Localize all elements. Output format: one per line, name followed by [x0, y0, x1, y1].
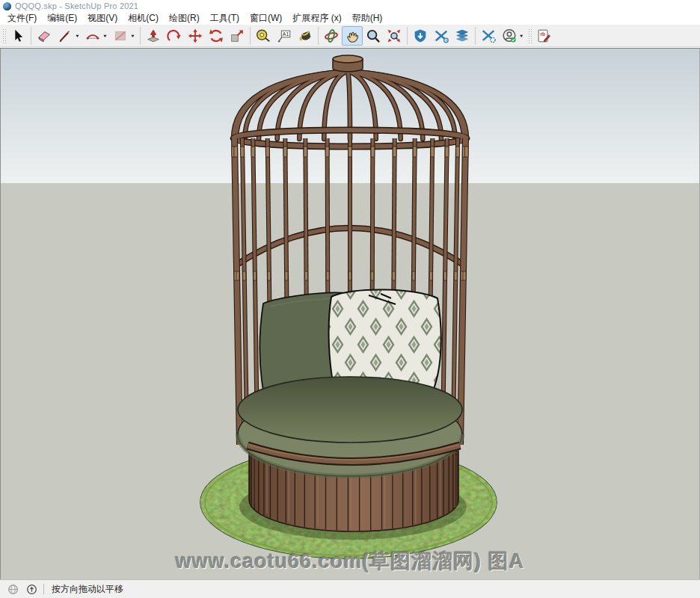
zoom-extents-tool-button[interactable] [384, 26, 405, 46]
status-bar: 按方向拖动以平移 [0, 579, 700, 598]
status-hint: 按方向拖动以平移 [52, 583, 123, 596]
zoom-tool-button[interactable] [363, 26, 384, 46]
pan-tool-button[interactable] [342, 26, 363, 46]
eraser-tool-button[interactable] [34, 26, 55, 46]
zoom-extents-icon [386, 28, 402, 44]
menu-camera[interactable]: 相机(C) [123, 12, 164, 25]
menu-help[interactable]: 帮助(H) [347, 12, 388, 25]
scale-tool-button[interactable] [227, 26, 248, 46]
menu-tools[interactable]: 工具(T) [205, 12, 245, 25]
scale-icon [229, 28, 245, 44]
sign-in-icon [501, 28, 518, 44]
arc-icon [85, 28, 101, 44]
move-icon [187, 28, 203, 44]
line-icon [57, 28, 73, 44]
tape-measure-tool-button[interactable] [253, 26, 274, 46]
arc-tool-button[interactable]: ▼ [82, 26, 110, 46]
zoom-icon [365, 28, 381, 44]
toolbar-separator [31, 27, 31, 45]
sign-in-tool-button[interactable]: ▼ [499, 26, 526, 46]
statusbar-separator [43, 584, 44, 594]
toolbar-separator [318, 27, 319, 45]
menu-extensions[interactable]: 扩展程序 (x) [287, 12, 346, 25]
window-title: QQQQ.skp - SketchUp Pro 2021 [15, 1, 138, 10]
menu-view[interactable]: 视图(V) [82, 12, 123, 25]
text-icon: A1 [276, 28, 292, 44]
svg-text:A1: A1 [283, 31, 289, 36]
menu-draw[interactable]: 绘图(R) [164, 12, 205, 25]
chevron-down-icon[interactable]: ▼ [130, 34, 135, 38]
get-models-tool-button[interactable] [410, 26, 431, 46]
ruby-console-icon: rb [535, 28, 552, 44]
menu-edit[interactable]: 编辑(E) [42, 12, 82, 25]
pushpull-tool-button[interactable] [143, 26, 164, 46]
chevron-down-icon[interactable]: ▼ [102, 34, 108, 38]
pushpull-icon [145, 28, 162, 44]
sketchup-window: QQQQ.skp - SketchUp Pro 2021 文件(F)编辑(E)视… [0, 0, 700, 598]
text-tool-button[interactable]: A1 [274, 26, 295, 46]
followme-tool-button[interactable] [164, 26, 185, 46]
ruby-console-tool-button[interactable]: rb [533, 26, 554, 46]
line-tool-button[interactable]: ▼ [55, 26, 82, 46]
title-bar: QQQQ.skp - SketchUp Pro 2021 [0, 0, 700, 12]
orbit-tool-button[interactable] [321, 26, 342, 46]
paint-bucket-icon [297, 28, 313, 44]
followme-icon [166, 28, 182, 44]
shape-tool-button[interactable]: ▼ [110, 26, 138, 46]
menu-window[interactable]: 窗口(W) [245, 12, 287, 25]
menu-bar: 文件(F)编辑(E)视图(V)相机(C)绘图(R)工具(T)窗口(W)扩展程序 … [0, 12, 700, 25]
move-tool-button[interactable] [185, 26, 206, 46]
eraser-icon [36, 28, 52, 44]
tape-measure-icon [255, 28, 271, 44]
toolbar-drag-handle[interactable] [528, 28, 532, 44]
share-component-tool-button[interactable] [452, 26, 473, 46]
extension-warehouse-icon [480, 28, 497, 44]
viewport-canvas[interactable]: www.caotu66.com(草图溜溜网) 图A [0, 48, 700, 579]
get-models-icon [412, 28, 429, 44]
main-toolbar: ▼▼▼A1▼rb [0, 25, 700, 47]
geolocation-icon[interactable] [7, 584, 19, 595]
shape-icon [112, 28, 129, 44]
rotate-icon [208, 28, 224, 44]
select-icon [10, 28, 26, 44]
share-component-icon [454, 28, 470, 44]
model-birdcage-chair[interactable] [1, 49, 699, 579]
rotate-tool-button[interactable] [206, 26, 227, 46]
toolbar-drag-handle[interactable] [2, 28, 6, 44]
toolbar-separator [250, 27, 251, 45]
svg-text:rb: rb [540, 31, 544, 36]
orbit-icon [323, 28, 340, 44]
toolbar-separator [140, 27, 141, 45]
paint-bucket-tool-button[interactable] [295, 26, 316, 46]
toolbar-separator [407, 27, 408, 45]
share-model-icon [433, 28, 449, 44]
app-icon [3, 2, 11, 10]
chevron-down-icon[interactable]: ▼ [75, 34, 80, 38]
share-model-tool-button[interactable] [431, 26, 452, 46]
extension-warehouse-tool-button[interactable] [478, 26, 499, 46]
toolbar-separator [475, 27, 476, 45]
pan-icon [344, 28, 360, 44]
chevron-down-icon[interactable]: ▼ [519, 34, 524, 38]
info-icon[interactable] [26, 584, 37, 595]
select-tool-button[interactable] [7, 26, 28, 46]
menu-file[interactable]: 文件(F) [2, 12, 42, 25]
